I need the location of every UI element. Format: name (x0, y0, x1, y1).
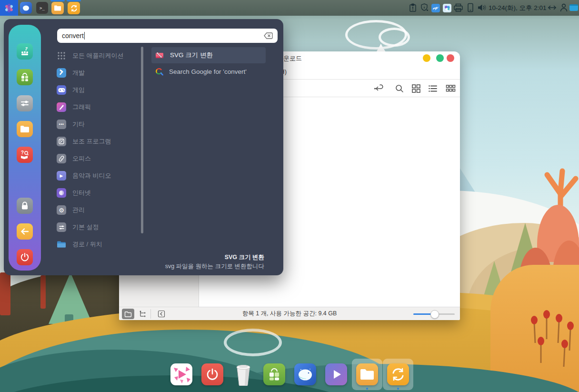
category-preferences[interactable]: 기본 설정 (57, 219, 140, 236)
music-video-icon: ▶ (57, 171, 66, 181)
category-label: 개발 (72, 69, 85, 77)
category-office[interactable]: 오피스 (57, 150, 140, 167)
maximize-button[interactable] (436, 54, 444, 62)
dock-files[interactable] (352, 359, 382, 390)
category-places[interactable]: 경로 / 위치 (57, 236, 140, 253)
status-text: 항목 1 개, 사용 가능한 공간: 9.4 GB (119, 307, 460, 320)
mobile-device-tray-icon[interactable] (467, 3, 474, 13)
result-label: Search Google for 'convert' (169, 68, 247, 75)
running-indicator (50, 0, 65, 1)
files-panel-icon[interactable] (51, 2, 64, 14)
category-other[interactable]: ••• 기타 (57, 116, 140, 133)
menu-launcher-button[interactable] (0, 0, 18, 16)
language-indicator[interactable] (569, 4, 578, 11)
places-folder-icon (57, 240, 66, 249)
internet-icon (57, 188, 66, 198)
category-scrollbar[interactable] (141, 47, 143, 233)
category-games[interactable]: 게임 (57, 81, 140, 99)
category-music-video[interactable]: ▶ 음악과 비디오 (57, 167, 140, 184)
all-apps-icon (57, 51, 66, 60)
hamonikr-agent-tray-icon[interactable] (431, 4, 440, 12)
administration-icon: ⚙ (57, 205, 66, 215)
list-view-icon[interactable] (426, 82, 439, 95)
security-shield-tray-icon[interactable] (420, 3, 429, 12)
trash-icon (234, 363, 252, 386)
wallpaper-cloud-swirl (379, 28, 410, 47)
running-indicator (397, 388, 399, 390)
search-icon[interactable] (393, 82, 406, 95)
office-icon (57, 154, 66, 163)
wallpaper-trunk (40, 275, 46, 309)
development-icon (57, 68, 66, 78)
shutdown-icon[interactable] (17, 249, 33, 265)
dock-whale-browser[interactable] (290, 359, 320, 390)
dock-app-store[interactable] (259, 359, 290, 390)
category-all-applications[interactable]: 모든 애플리케이션 (57, 47, 140, 64)
dock-sync[interactable] (383, 359, 413, 390)
selection-description: svg 파일을 원하는 크기로 변환합니다 (165, 262, 264, 271)
clipboard-tray-icon[interactable] (409, 3, 417, 12)
community-icon[interactable] (17, 43, 33, 60)
dock-power-off[interactable] (197, 359, 228, 390)
volume-tray-icon[interactable] (477, 3, 487, 12)
printer-tray-icon[interactable] (453, 3, 463, 12)
selection-title: SVG 크기 변환 (165, 253, 264, 261)
terminal-panel-icon[interactable]: >_ (36, 2, 48, 14)
wallpaper-water-swirl (224, 329, 282, 356)
category-label: 보조 프로그램 (72, 137, 111, 146)
category-label: 기타 (72, 120, 85, 129)
sync-panel-icon[interactable] (68, 2, 80, 14)
running-indicator (366, 388, 368, 390)
search-input[interactable]: convert (57, 29, 278, 43)
category-internet[interactable]: 인터넷 (57, 184, 140, 201)
dock-trash[interactable] (228, 359, 259, 390)
category-label: 관리 (72, 206, 85, 214)
settings-icon[interactable] (17, 95, 33, 111)
search-result-svg-resize[interactable]: SVG 크기 변환 (151, 47, 266, 63)
logout-icon[interactable] (17, 223, 33, 240)
lock-screen-icon[interactable] (17, 198, 33, 214)
dock-video-player[interactable] (321, 359, 351, 390)
clock[interactable]: 10-24(화), 오후 2:01 (489, 0, 547, 16)
compact-view-icon[interactable] (444, 82, 457, 95)
svg-text:?: ? (21, 150, 24, 155)
category-list: 모든 애플리케이션 개발 게임 그래픽 ••• 기타 (57, 47, 140, 253)
svg-resize-icon (155, 51, 164, 59)
category-accessories[interactable]: 보조 프로그램 (57, 133, 140, 150)
category-development[interactable]: 개발 (57, 64, 140, 81)
category-label: 음악과 비디오 (72, 171, 111, 180)
result-label: SVG 크기 변환 (170, 51, 213, 60)
network-arrows-tray-icon[interactable] (547, 4, 558, 11)
search-result-google[interactable]: Search Google for 'convert' (151, 63, 266, 80)
accessories-icon (57, 137, 66, 146)
graphics-icon (57, 102, 66, 112)
zoom-slider-knob[interactable] (430, 310, 439, 319)
other-icon: ••• (57, 120, 66, 129)
dock-media-player[interactable] (166, 359, 197, 390)
wallpaper-trunk (0, 272, 10, 315)
games-icon (57, 85, 66, 95)
minimize-button[interactable] (423, 54, 430, 62)
user-tray-icon[interactable] (559, 3, 568, 12)
category-label: 게임 (72, 86, 85, 94)
clear-search-icon[interactable] (264, 32, 273, 39)
app-launcher-menu: ? convert (4, 19, 283, 275)
category-label: 오피스 (72, 154, 91, 163)
undo-icon[interactable] (372, 82, 386, 95)
category-graphics[interactable]: 그래픽 (57, 99, 140, 116)
category-label: 인터넷 (72, 189, 91, 197)
search-results: SVG 크기 변환 Search Google for 'convert' (151, 47, 266, 80)
text-caret (84, 32, 85, 40)
whale-browser-panel-icon[interactable] (20, 2, 32, 14)
icon-view-icon[interactable] (409, 82, 423, 95)
terminal-glyph: >_ (40, 6, 45, 10)
top-panel: >_ 10-24(화), 오후 2:01 (0, 0, 579, 16)
photos-tray-icon[interactable] (443, 4, 451, 12)
help-icon[interactable]: ? (17, 147, 33, 163)
close-button[interactable] (447, 54, 454, 62)
app-store-icon[interactable] (17, 69, 33, 85)
category-label: 모든 애플리케이션 (72, 51, 124, 60)
statusbar: 항목 1 개, 사용 가능한 공간: 9.4 GB (119, 307, 460, 320)
category-administration[interactable]: ⚙ 관리 (57, 201, 140, 219)
files-icon[interactable] (17, 121, 33, 137)
